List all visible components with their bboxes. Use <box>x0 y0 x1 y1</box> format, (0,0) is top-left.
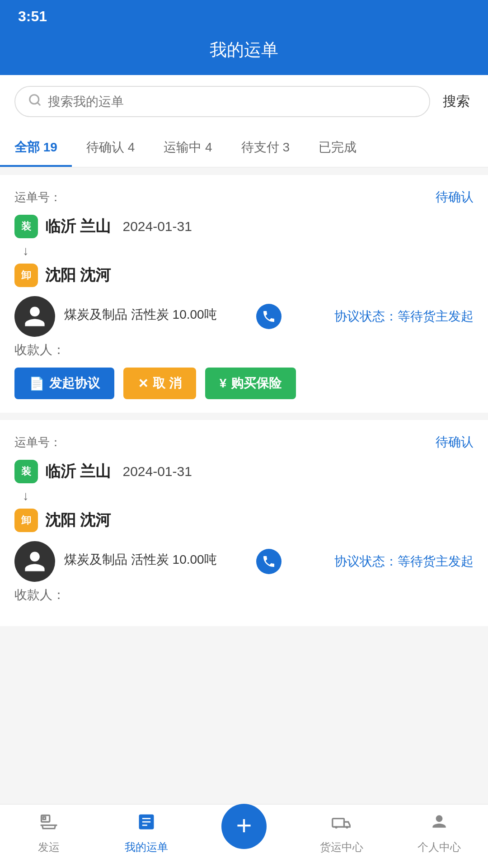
unload-badge-1: 卸 <box>14 264 38 287</box>
ship-icon <box>39 812 59 836</box>
load-date-2: 2024-01-31 <box>122 464 192 479</box>
unload-badge-2: 卸 <box>14 509 38 532</box>
search-input-wrap[interactable] <box>14 86 430 117</box>
search-button[interactable]: 搜索 <box>439 89 474 114</box>
bottom-nav: 发运 我的运单 + 货运中心 <box>0 804 488 868</box>
load-city-1: 临沂 兰山 <box>45 216 111 237</box>
yen-icon: ¥ <box>220 376 227 391</box>
load-item-1: 装 临沂 兰山 2024-01-31 <box>14 215 474 238</box>
avatar-1 <box>14 296 55 337</box>
avatar-2 <box>14 541 55 582</box>
unload-item-2: 卸 沈阳 沈河 <box>14 509 474 532</box>
route-2: 装 临沂 兰山 2024-01-31 ↓ 卸 沈阳 沈河 <box>14 460 474 532</box>
svg-line-1 <box>38 103 40 105</box>
page-title: 我的运单 <box>210 40 278 59</box>
search-icon <box>28 93 42 110</box>
order-header-2: 运单号： 待确认 <box>14 434 474 451</box>
cargo-type-2: 煤炭及制品 活性炭 10.00吨 <box>64 551 247 568</box>
nav-orders[interactable]: 我的运单 <box>98 812 195 854</box>
page-header: 我的运单 <box>0 29 488 75</box>
route-1: 装 临沂 兰山 2024-01-31 ↓ 卸 沈阳 沈河 <box>14 215 474 287</box>
load-city-2: 临沂 兰山 <box>45 461 111 482</box>
doc-icon: 📄 <box>29 376 45 391</box>
tabs-bar: 全部 19 待确认 4 运输中 4 待支付 3 已完成 <box>0 128 488 168</box>
nav-ship-label: 发运 <box>38 840 60 854</box>
payee-2: 收款人： <box>14 586 474 604</box>
unload-item-1: 卸 沈阳 沈河 <box>14 264 474 287</box>
order-number-2: 运单号： <box>14 434 61 450</box>
order-card-2: 运单号： 待确认 装 临沂 兰山 2024-01-31 ↓ 卸 沈阳 沈河 <box>0 420 488 626</box>
agreement-button-1[interactable]: 📄 发起协议 <box>14 368 114 399</box>
cargo-row-2: 煤炭及制品 活性炭 10.00吨 协议状态：等待货主发起 <box>14 541 474 582</box>
load-badge-2: 装 <box>14 460 38 483</box>
person-icon <box>429 812 449 836</box>
tab-done[interactable]: 已完成 <box>304 128 371 167</box>
nav-profile-label: 个人中心 <box>418 840 461 854</box>
agreement-status-1: 协议状态：等待货主发起 <box>291 308 474 325</box>
status-bar: 3:51 <box>0 0 488 29</box>
route-arrow-1: ↓ <box>23 242 474 260</box>
unload-city-1: 沈阳 沈河 <box>45 265 111 286</box>
svg-rect-9 <box>333 819 344 827</box>
agreement-status-2: 协议状态：等待货主发起 <box>291 553 474 570</box>
svg-point-11 <box>346 826 348 829</box>
order-list: 运单号： 待确认 装 临沂 兰山 2024-01-31 ↓ 卸 沈阳 沈河 <box>0 175 488 706</box>
order-header-1: 运单号： 待确认 <box>14 189 474 206</box>
search-bar: 搜索 <box>0 75 488 128</box>
cargo-info-1: 煤炭及制品 活性炭 10.00吨 <box>64 306 247 327</box>
cargo-row-1: 煤炭及制品 活性炭 10.00吨 协议状态：等待货主发起 <box>14 296 474 337</box>
tab-pending[interactable]: 待确认 4 <box>72 128 149 167</box>
load-badge-1: 装 <box>14 215 38 238</box>
search-input[interactable] <box>48 94 417 109</box>
load-date-1: 2024-01-31 <box>122 219 192 234</box>
tab-transit[interactable]: 运输中 4 <box>149 128 226 167</box>
order-number-1: 运单号： <box>14 189 61 205</box>
add-button[interactable]: + <box>221 804 267 849</box>
cargo-info-2: 煤炭及制品 活性炭 10.00吨 <box>64 551 247 572</box>
nav-ship[interactable]: 发运 <box>0 812 98 854</box>
route-arrow-2: ↓ <box>23 487 474 505</box>
action-buttons-1: 📄 发起协议 ✕ 取 消 ¥ 购买保险 <box>14 368 474 399</box>
status-time: 3:51 <box>18 8 47 24</box>
nav-profile[interactable]: 个人中心 <box>390 812 488 854</box>
order-card-1: 运单号： 待确认 装 临沂 兰山 2024-01-31 ↓ 卸 沈阳 沈河 <box>0 175 488 413</box>
cargo-type-1: 煤炭及制品 活性炭 10.00吨 <box>64 306 247 323</box>
truck-icon <box>332 812 352 836</box>
nav-freight-label: 货运中心 <box>320 840 363 854</box>
list-icon <box>136 812 156 836</box>
nav-orders-label: 我的运单 <box>125 840 168 854</box>
cancel-button-1[interactable]: ✕ 取 消 <box>123 368 196 399</box>
nav-freight[interactable]: 货运中心 <box>293 812 390 854</box>
tab-payment[interactable]: 待支付 3 <box>227 128 304 167</box>
order-status-2: 待确认 <box>436 434 474 451</box>
load-item-2: 装 临沂 兰山 2024-01-31 <box>14 460 474 483</box>
svg-rect-3 <box>43 817 46 820</box>
payee-1: 收款人： <box>14 341 474 359</box>
svg-point-10 <box>335 826 338 829</box>
tab-all[interactable]: 全部 19 <box>0 128 72 167</box>
order-status-1: 待确认 <box>436 189 474 206</box>
phone-button-1[interactable] <box>256 304 282 329</box>
plus-icon: + <box>236 812 252 839</box>
phone-button-2[interactable] <box>256 549 282 574</box>
insurance-button-1[interactable]: ¥ 购买保险 <box>205 368 296 399</box>
unload-city-2: 沈阳 沈河 <box>45 510 111 531</box>
cancel-icon: ✕ <box>138 376 148 391</box>
nav-add[interactable]: + <box>195 817 293 849</box>
